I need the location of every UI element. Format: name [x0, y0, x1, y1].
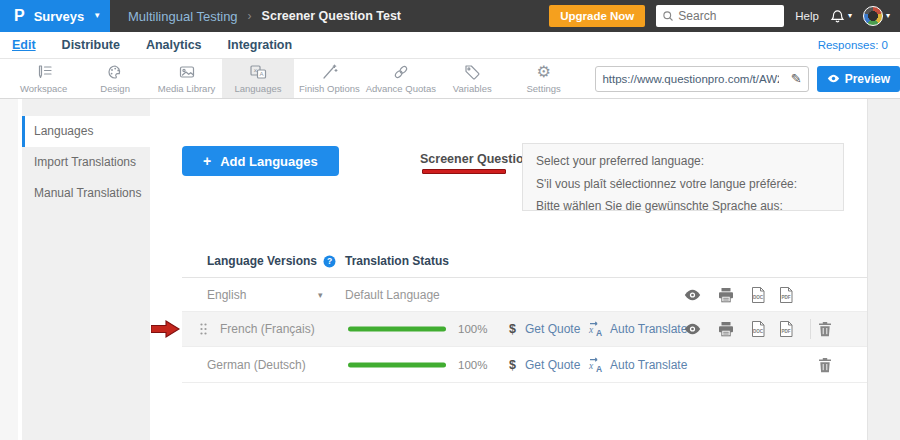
translation-status: Default Language — [345, 288, 440, 302]
help-link[interactable]: Help — [795, 10, 819, 22]
export-pdf-icon[interactable]: PDF — [778, 286, 794, 303]
languages-sidebar: Languages Import Translations Manual Tra… — [22, 99, 150, 440]
sidebar-item-import-translations[interactable]: Import Translations — [22, 147, 150, 178]
export-doc-icon[interactable]: DOC — [750, 321, 766, 338]
breadcrumb-page-name: Screener Question Test — [262, 9, 401, 23]
global-search[interactable] — [656, 5, 784, 27]
toolbar-label: Languages — [234, 83, 281, 94]
chevron-down-icon: ▼ — [93, 12, 101, 20]
language-name: German (Deutsch) — [207, 358, 306, 372]
table-row-french: French (Français) 100% $ Get Quote x A A… — [182, 312, 867, 347]
print-icon[interactable] — [718, 287, 734, 303]
add-languages-button[interactable]: + Add Languages — [182, 146, 339, 176]
export-doc-icon[interactable]: DOC — [750, 286, 766, 303]
default-language-select[interactable]: ▾ — [318, 290, 323, 300]
screener-option-french: S'il vous plaît sélectionnez votre langu… — [536, 173, 830, 196]
auto-translate-icon[interactable]: x A — [588, 321, 604, 337]
svg-text:x: x — [588, 325, 594, 335]
breadcrumb: Multilingual Testing › Screener Question… — [128, 9, 401, 24]
svg-text:DOC: DOC — [753, 294, 764, 299]
svg-text:A: A — [596, 328, 602, 338]
edit-toolbar: Workspace Design Media Library × A Langu… — [0, 59, 900, 99]
topbar-actions: Upgrade Now Help ▾ ▾ — [549, 5, 900, 27]
svg-text:x: x — [588, 360, 594, 370]
toolbar-label: Advance Quotas — [366, 83, 436, 94]
toolbar-item-advance-quotas[interactable]: Advance Quotas — [365, 59, 436, 98]
toolbar-label: Design — [100, 83, 130, 94]
gear-icon: ⚙ — [536, 63, 550, 81]
breadcrumb-survey-name[interactable]: Multilingual Testing — [128, 9, 238, 24]
preview-button[interactable]: Preview — [817, 66, 900, 92]
preview-eye-icon[interactable] — [684, 323, 701, 336]
toolbar-item-workspace[interactable]: Workspace — [8, 59, 79, 98]
questionpro-logo-icon: P — [14, 8, 25, 24]
tab-analytics[interactable]: Analytics — [146, 38, 202, 52]
surveys-product-menu[interactable]: P Surveys ▼ — [0, 0, 110, 32]
print-icon[interactable] — [718, 321, 734, 337]
languages-panel: + Add Languages Screener Question : Sele… — [150, 99, 868, 440]
annotation-red-underline — [422, 169, 506, 174]
top-bar: P Surveys ▼ Multilingual Testing › Scree… — [0, 0, 900, 32]
tab-distribute[interactable]: Distribute — [62, 38, 120, 52]
magic-wand-icon — [320, 63, 338, 81]
drag-handle-icon[interactable] — [199, 323, 208, 336]
tag-icon — [463, 63, 481, 81]
bell-icon — [830, 9, 845, 24]
responses-count[interactable]: Responses: 0 — [818, 39, 888, 51]
edit-url-icon[interactable]: ✎ — [785, 71, 808, 86]
breadcrumb-separator: › — [248, 9, 252, 23]
chevron-down-icon: ▾ — [848, 12, 852, 20]
preview-eye-icon[interactable] — [684, 288, 701, 301]
export-pdf-icon[interactable]: PDF — [778, 321, 794, 338]
toolbar-label: Variables — [453, 83, 492, 94]
language-versions-table: Language Versions ? Translation Status E… — [182, 245, 867, 383]
account-menu[interactable]: ▾ — [863, 6, 890, 26]
sidebar-item-manual-translations[interactable]: Manual Translations — [22, 178, 150, 209]
toolbar-item-languages[interactable]: × A Languages — [222, 59, 293, 98]
avatar — [863, 6, 883, 26]
translation-progress-bar — [348, 362, 446, 367]
page-margin-right — [868, 99, 900, 440]
toolbar-item-media-library[interactable]: Media Library — [151, 59, 222, 98]
tab-integration[interactable]: Integration — [228, 38, 293, 52]
svg-text:A: A — [259, 71, 263, 77]
delete-trash-icon[interactable] — [818, 357, 832, 373]
content-area: Languages Import Translations Manual Tra… — [0, 99, 900, 440]
svg-text:PDF: PDF — [781, 294, 790, 299]
dollar-icon[interactable]: $ — [509, 322, 516, 336]
toolbar-item-finish-options[interactable]: Finish Options — [294, 59, 365, 98]
translation-percent: 100% — [458, 323, 487, 335]
toolbar-item-design[interactable]: Design — [79, 59, 150, 98]
toolbar-label: Media Library — [158, 83, 216, 94]
notifications-menu[interactable]: ▾ — [830, 9, 852, 24]
plus-icon: + — [203, 153, 211, 169]
toolbar-label: Settings — [527, 83, 561, 94]
svg-text:PDF: PDF — [781, 329, 790, 334]
dollar-icon[interactable]: $ — [509, 358, 516, 372]
upgrade-now-button[interactable]: Upgrade Now — [549, 5, 645, 27]
translate-icon: × A — [249, 63, 267, 81]
get-quote-link[interactable]: Get Quote — [525, 358, 580, 372]
search-input[interactable] — [678, 9, 774, 23]
add-languages-label: Add Languages — [220, 154, 318, 169]
help-circle-icon[interactable]: ? — [323, 255, 336, 268]
search-icon — [662, 10, 674, 22]
screener-option-german: Bitte wählen Sie die gewünschte Sprache … — [536, 195, 830, 218]
auto-translate-icon[interactable]: x A — [588, 357, 604, 373]
table-header: Language Versions ? Translation Status — [182, 245, 867, 278]
auto-translate-link[interactable]: Auto Translate — [610, 358, 687, 372]
toolbar-item-settings[interactable]: ⚙ Settings — [508, 59, 579, 98]
get-quote-link[interactable]: Get Quote — [525, 322, 580, 336]
language-name: English — [207, 288, 246, 302]
survey-url-box: ✎ — [595, 66, 808, 92]
svg-text:DOC: DOC — [753, 329, 764, 334]
tab-edit[interactable]: Edit — [12, 38, 36, 52]
svg-text:A: A — [596, 363, 602, 373]
auto-translate-link[interactable]: Auto Translate — [610, 322, 687, 336]
survey-url-input[interactable] — [596, 73, 784, 85]
toolbar-item-variables[interactable]: Variables — [437, 59, 508, 98]
survey-nav: Edit Distribute Analytics Integration Re… — [0, 32, 900, 59]
delete-trash-icon[interactable] — [818, 321, 832, 337]
sidebar-item-languages[interactable]: Languages — [22, 116, 150, 147]
eye-icon — [827, 72, 840, 85]
